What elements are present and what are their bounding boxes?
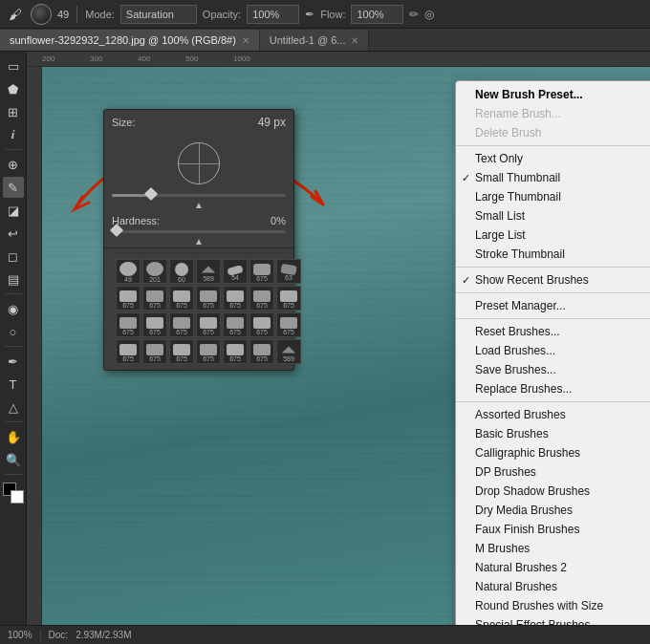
menu-load-brushes[interactable]: Load Brushes... xyxy=(456,341,650,360)
menu-sep-1 xyxy=(456,145,650,146)
brush-item-r2-7[interactable]: 675 xyxy=(276,286,301,311)
brush-item-r3-7[interactable]: 675 xyxy=(276,312,301,337)
brush-item-589-1[interactable]: 589 xyxy=(196,259,221,284)
tab-close-untitled[interactable]: ✕ xyxy=(351,35,358,46)
brush-item-r4-3[interactable]: 675 xyxy=(169,339,194,364)
hardness-arrow-indicator: ▲ xyxy=(104,235,293,247)
brush-item-r3-3[interactable]: 675 xyxy=(169,312,194,337)
menu-new-brush-preset[interactable]: New Brush Preset... xyxy=(456,85,650,104)
menu-rename-brush: Rename Brush... xyxy=(456,104,650,123)
menu-m-brushes[interactable]: M Brushes xyxy=(456,539,650,558)
brush-size-header: Size: 49 px xyxy=(104,110,293,135)
tool-eraser[interactable]: ◻ xyxy=(3,246,24,267)
brush-preview[interactable] xyxy=(31,4,52,25)
stylus-icon[interactable]: ✏ xyxy=(409,8,419,21)
background-color[interactable] xyxy=(11,490,24,504)
tool-hand[interactable]: ✋ xyxy=(3,426,24,447)
flow-dropdown[interactable]: 100% xyxy=(351,5,403,24)
brush-item-r4-6[interactable]: 675 xyxy=(249,339,274,364)
menu-small-thumbnail[interactable]: Small Thumbnail xyxy=(456,168,650,187)
menu-show-recent[interactable]: Show Recent Brushes xyxy=(456,270,650,290)
tool-pen[interactable]: ✒ xyxy=(3,351,24,372)
menu-round-brushes-with-size[interactable]: Round Brushes with Size xyxy=(456,596,650,615)
canvas-area[interactable]: 200 300 400 500 1000 Size: 49 px xyxy=(27,52,650,625)
brush-item-60[interactable]: 60 xyxy=(169,259,194,284)
color-swatches[interactable] xyxy=(3,483,24,504)
brush-tool-icon[interactable]: 🖌 xyxy=(6,5,25,24)
menu-stroke-thumbnail-label: Stroke Thumbnail xyxy=(475,247,565,261)
brush-item-r3-4[interactable]: 675 xyxy=(196,312,221,337)
tool-marquee[interactable]: ▭ xyxy=(3,55,24,76)
menu-preset-manager-label: Preset Manager... xyxy=(475,299,566,312)
menu-drop-shadow-brushes[interactable]: Drop Shadow Brushes xyxy=(456,482,650,501)
tool-healing[interactable]: ⊕ xyxy=(3,154,24,175)
brush-item-r3-5[interactable]: 675 xyxy=(223,312,248,337)
menu-large-thumbnail[interactable]: Large Thumbnail xyxy=(456,187,650,206)
brush-item-r4-4[interactable]: 675 xyxy=(196,339,221,364)
mode-dropdown[interactable]: Saturation xyxy=(120,5,197,24)
menu-dp-brushes[interactable]: DP Brushes xyxy=(456,462,650,482)
tool-dodge[interactable]: ○ xyxy=(3,321,24,342)
brush-item-r3-1[interactable]: 675 xyxy=(116,312,141,337)
menu-reset-brushes[interactable]: Reset Brushes... xyxy=(456,322,650,341)
hardness-slider-track[interactable] xyxy=(112,230,286,233)
tool-blur[interactable]: ◉ xyxy=(3,298,24,319)
tab-untitled[interactable]: Untitled-1 @ 6... ✕ xyxy=(260,30,370,51)
menu-save-brushes[interactable]: Save Brushes... xyxy=(456,360,650,379)
brush-item-r2-3[interactable]: 675 xyxy=(169,286,194,311)
brush-item-r3-6[interactable]: 675 xyxy=(249,312,274,337)
brush-item-r2-1[interactable]: 675 xyxy=(116,286,141,311)
tool-lasso[interactable]: ⬟ xyxy=(3,78,24,99)
tool-eyedropper[interactable]: 𝒊 xyxy=(3,124,24,145)
menu-calligraphic-brushes[interactable]: Calligraphic Brushes xyxy=(456,443,650,462)
tab-close-sunflower[interactable]: ✕ xyxy=(242,35,249,46)
brush-item-r2-4[interactable]: 675 xyxy=(196,286,221,311)
menu-assorted-brushes[interactable]: Assorted Brushes xyxy=(456,405,650,424)
ruler-left xyxy=(27,67,42,625)
menu-stroke-thumbnail[interactable]: Stroke Thumbnail xyxy=(456,245,650,264)
menu-preset-manager[interactable]: Preset Manager... xyxy=(456,296,650,315)
menu-drop-shadow-brushes-label: Drop Shadow Brushes xyxy=(475,484,590,498)
brush-item-49[interactable]: 49 xyxy=(116,259,141,284)
menu-special-effect-brushes[interactable]: Special Effect Brushes xyxy=(456,615,650,625)
brush-item-r3-2[interactable]: 675 xyxy=(142,312,167,337)
tool-brush[interactable]: ✎ xyxy=(3,177,24,198)
angle-icon[interactable]: ◎ xyxy=(424,8,434,21)
menu-dry-media-brushes[interactable]: Dry Media Brushes xyxy=(456,501,650,520)
airbrush-icon[interactable]: ✒ xyxy=(305,8,314,21)
menu-natural-brushes-2[interactable]: Natural Brushes 2 xyxy=(456,558,650,577)
tab-sunflower[interactable]: sunflower-3292932_1280.jpg @ 100% (RGB/8… xyxy=(0,30,260,51)
sep1 xyxy=(76,6,77,23)
brush-item-r4-2[interactable]: 675 xyxy=(142,339,167,364)
tab-label-sunflower: sunflower-3292932_1280.jpg @ 100% (RGB/8… xyxy=(10,34,236,46)
tool-zoom[interactable]: 🔍 xyxy=(3,449,24,470)
tool-path[interactable]: △ xyxy=(3,397,24,418)
crosshair-vertical xyxy=(199,143,200,183)
menu-replace-brushes[interactable]: Replace Brushes... xyxy=(456,379,650,398)
brush-item-r4-5[interactable]: 675 xyxy=(223,339,248,364)
opacity-dropdown[interactable]: 100% xyxy=(247,5,299,24)
brush-item-201[interactable]: 201 xyxy=(142,259,167,284)
brush-item-54[interactable]: 54 xyxy=(223,259,248,284)
tool-gradient[interactable]: ▤ xyxy=(3,268,24,290)
brush-item-r2-2[interactable]: 675 xyxy=(142,286,167,311)
brush-item-r2-6[interactable]: 675 xyxy=(249,286,274,311)
brush-item-r4-1[interactable]: 675 xyxy=(116,339,141,364)
tool-history[interactable]: ↩ xyxy=(3,223,24,244)
size-value: 49 px xyxy=(258,116,286,129)
menu-faux-finish-brushes[interactable]: Faux Finish Brushes xyxy=(456,520,650,539)
brush-item-63[interactable]: 63 xyxy=(276,259,301,284)
brush-item-675-1[interactable]: 675 xyxy=(249,259,274,284)
menu-small-list[interactable]: Small List xyxy=(456,206,650,225)
brush-item-r2-5[interactable]: 675 xyxy=(223,286,248,311)
tool-type[interactable]: T xyxy=(3,374,24,395)
menu-text-only[interactable]: Text Only xyxy=(456,149,650,168)
size-slider-track[interactable] xyxy=(112,194,286,197)
menu-natural-brushes[interactable]: Natural Brushes xyxy=(456,577,650,596)
tool-stamp[interactable]: ◪ xyxy=(3,200,24,221)
brush-item-589-2[interactable]: 589 xyxy=(276,339,301,364)
tool-crop[interactable]: ⊞ xyxy=(3,101,24,122)
menu-basic-brushes[interactable]: Basic Brushes xyxy=(456,424,650,443)
hardness-label-text: Hardness: xyxy=(112,215,160,226)
menu-large-list[interactable]: Large List xyxy=(456,225,650,245)
